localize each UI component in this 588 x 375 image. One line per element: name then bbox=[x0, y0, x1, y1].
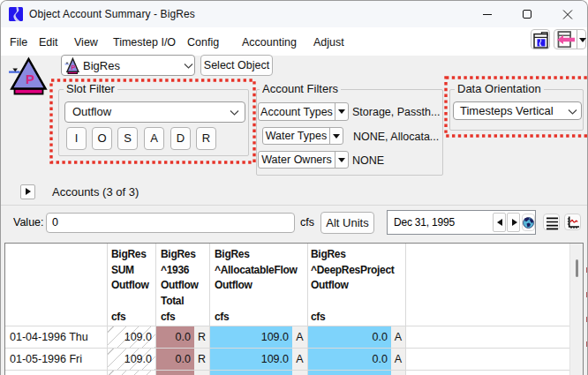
svg-text:P: P bbox=[26, 71, 34, 86]
svg-text:P: P bbox=[71, 64, 75, 71]
